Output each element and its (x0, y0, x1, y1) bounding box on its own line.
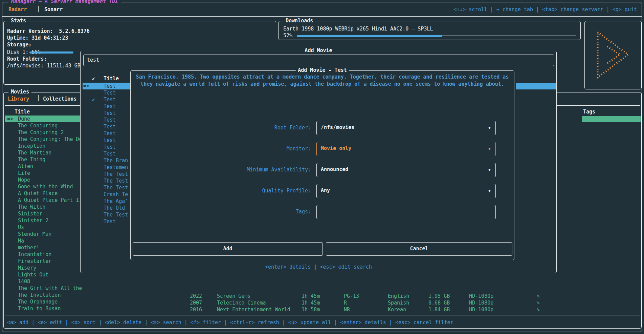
field-dropdown[interactable]: /nfs/movies▼ (316, 121, 496, 135)
cancel-button[interactable]: Cancel (326, 242, 512, 256)
search-result-item[interactable]: Test (83, 110, 131, 117)
movie-list-item[interactable]: The Thing (5, 156, 82, 163)
search-result-item[interactable]: The Old (83, 205, 131, 211)
stats-panel-title: Stats (8, 18, 28, 24)
search-result-item[interactable]: Test (83, 123, 131, 130)
search-result-item[interactable]: Test (83, 103, 131, 110)
edit-pencil-icon[interactable]: ✎ (537, 299, 540, 306)
search-result-item[interactable]: Test (83, 144, 131, 150)
download-progress-fill (297, 35, 442, 37)
field-dropdown[interactable]: Any▼ (316, 184, 496, 198)
movie-list-item[interactable]: Sinister (5, 210, 82, 217)
movie-list-item[interactable]: The Conjuring 2 (5, 129, 82, 136)
result-title: Test (104, 150, 116, 157)
movie-title: Ma (18, 237, 24, 244)
search-result-item[interactable]: The Test (83, 211, 131, 218)
search-result-item[interactable]: ✔Test (83, 96, 131, 103)
movie-list-item[interactable]: Train to Busan (5, 305, 82, 312)
field-value: Any (321, 187, 330, 193)
movie-list-item[interactable]: A Quiet Place Part II (5, 197, 82, 204)
search-result-item[interactable]: Test (83, 150, 131, 157)
movie-cell-studio: Screen Gems (217, 293, 250, 299)
movie-list-item[interactable]: Alien (5, 163, 82, 170)
movie-list-item[interactable]: The Girl with All the (5, 285, 82, 292)
field-input[interactable] (316, 205, 496, 219)
search-result-item[interactable]: Test (83, 89, 131, 96)
results-check-header: ✔ (92, 76, 95, 82)
movie-list-item[interactable]: Firestarter (5, 258, 82, 265)
result-title: Test (104, 83, 116, 89)
movies-rows: =>DuneThe ConjuringThe Conjuring 2The Co… (5, 116, 82, 312)
search-result-item[interactable]: Test (83, 130, 131, 137)
movie-cell-size: 1.84 GB (428, 306, 450, 313)
column-header-tags: Tags (583, 109, 595, 115)
movie-title: The Girl with All the (18, 285, 82, 292)
search-result-item[interactable]: Crash Te (83, 191, 131, 198)
result-title: Test (104, 130, 116, 137)
downloads-panel: Downloads Earth 1998 1080p WEBRip x265 H… (278, 21, 581, 40)
search-result-item[interactable]: Test (83, 117, 131, 123)
movie-list-item[interactable]: Ma (5, 237, 82, 244)
servarr-tab-radarr[interactable]: Radarr (8, 6, 27, 13)
movie-list-item[interactable]: The Conjuring (5, 122, 82, 129)
movie-title: A Quiet Place (18, 190, 58, 197)
result-title: The Bran (104, 157, 128, 164)
search-result-item[interactable]: The Test (83, 184, 131, 191)
checkmark-icon: ✔ (92, 96, 95, 103)
root-folder-entry: /nfs/movies: 11511.43 GB (7, 63, 81, 69)
result-title: Test (104, 218, 116, 225)
disk-usage-gauge (29, 51, 73, 54)
search-result-item[interactable]: Testamen (83, 164, 131, 171)
movie-cell-year: 2022 (190, 293, 202, 299)
search-result-item[interactable]: The Test (83, 178, 131, 184)
movie-list-item[interactable]: Lights Out (5, 271, 82, 278)
search-result-item[interactable]: The Test (83, 171, 131, 178)
movie-list-item[interactable]: Life (5, 170, 82, 176)
movie-list-item[interactable]: The Invitation (5, 292, 82, 298)
tab-separator: │ (37, 95, 40, 101)
movie-cell-quality: HD-1080p (469, 293, 493, 299)
field-label: Quality Profile: (144, 188, 311, 194)
movie-list-item[interactable]: Nope (5, 176, 82, 183)
movie-list-item[interactable]: A Quiet Place (5, 190, 82, 197)
movie-list-item[interactable]: Slender Man (5, 231, 82, 237)
servarr-tab-sonarr[interactable]: Sonarr (44, 6, 63, 13)
add-button[interactable]: Add (133, 242, 323, 256)
field-dropdown[interactable]: Announced▼ (316, 163, 496, 177)
movie-search-input[interactable]: test (83, 55, 554, 66)
tab-collections[interactable]: Collections (43, 96, 76, 102)
movie-list-item[interactable]: Misery (5, 265, 82, 271)
search-result-item[interactable]: The Bran (83, 157, 131, 164)
search-result-item[interactable]: test (83, 137, 131, 144)
movie-list-item[interactable]: The Martian (5, 149, 82, 156)
movie-list-item[interactable]: =>Dune (5, 116, 82, 122)
movie-cell-year: 2016 (190, 306, 202, 313)
movie-list-item[interactable]: Incantation (5, 251, 82, 258)
chevron-down-icon: ▼ (488, 188, 491, 193)
field-dropdown[interactable]: Movie only▼ (316, 142, 496, 156)
movie-list-item[interactable]: Sinister 2 (5, 217, 82, 224)
search-result-item[interactable]: Test (83, 218, 131, 225)
movie-list-item[interactable]: Us (5, 224, 82, 231)
movie-list-item[interactable]: The Witch (5, 204, 82, 210)
movie-list-item[interactable]: Inception (5, 143, 82, 149)
search-result-item[interactable]: =>Test (83, 83, 131, 89)
edit-pencil-icon[interactable]: ✎ (537, 306, 540, 313)
app-title: Managarr — A Servarr management TUI (8, 0, 121, 4)
result-title: The Old (104, 205, 125, 211)
edit-pencil-icon[interactable]: ✎ (537, 293, 540, 299)
result-title: The Test (104, 178, 128, 184)
downloads-panel-title: Downloads (283, 18, 315, 24)
movie-search-value: test (87, 57, 99, 63)
movie-list-item[interactable]: 1408 (5, 278, 82, 285)
chevron-down-icon: ▼ (488, 167, 491, 172)
movie-list-item[interactable]: mother! (5, 244, 82, 251)
movie-list-item[interactable]: The Orphanage (5, 298, 82, 305)
movie-list-item[interactable]: Gone with the Wind (5, 183, 82, 190)
movie-list-item[interactable]: The Conjuring: The De (5, 136, 82, 143)
movie-title: Life (18, 170, 30, 176)
result-title: Test (104, 123, 116, 130)
logo-panel (584, 21, 642, 89)
search-result-item[interactable]: The Aga' (83, 198, 131, 205)
tab-library[interactable]: Library (8, 96, 29, 102)
